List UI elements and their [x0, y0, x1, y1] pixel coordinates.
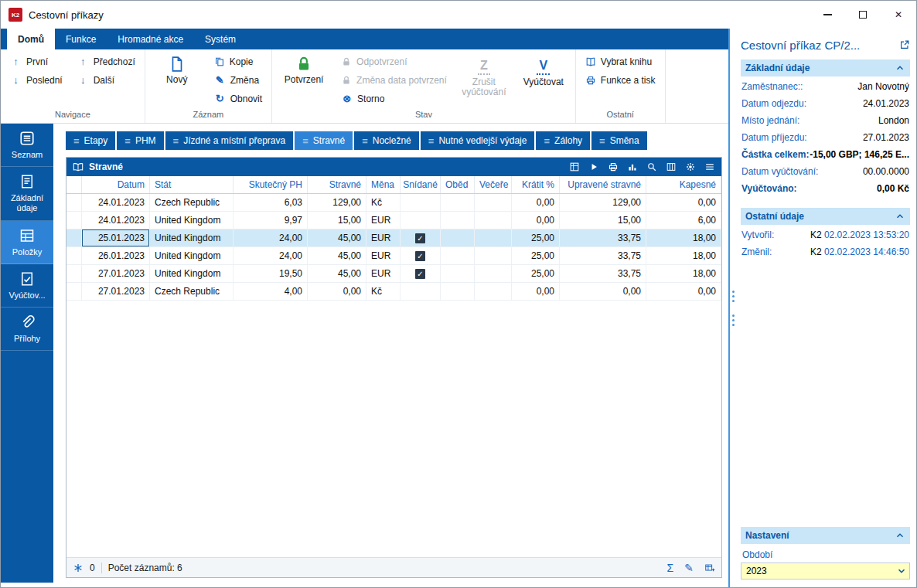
functions-print-button[interactable]: Funkce a tisk	[583, 72, 658, 88]
sidebar-item-seznam[interactable]: Seznam	[1, 124, 53, 167]
copy-button[interactable]: Kopie	[212, 53, 264, 70]
column-header-datum[interactable]: Datum	[82, 176, 150, 193]
search-icon[interactable]	[646, 161, 657, 172]
button-label: Změna data potvrzení	[356, 75, 447, 86]
sum-icon[interactable]: Σ	[667, 562, 674, 574]
gear-icon[interactable]	[685, 161, 696, 172]
cell-kratit: 0,00	[512, 283, 560, 300]
doc-tab-etapy[interactable]: ≡Etapy	[66, 131, 115, 150]
button-label: Odpotvrzení	[356, 56, 407, 67]
previous-button[interactable]: ↑Předchozí	[75, 53, 138, 70]
close-button[interactable]: ✕	[881, 1, 916, 29]
cell-stat: United Kingdom	[150, 212, 234, 229]
column-header-stravne[interactable]: Stravné	[308, 176, 366, 193]
column-header-rowsel[interactable]	[66, 176, 82, 193]
settings-asterisk-icon[interactable]	[73, 563, 84, 573]
minimize-button[interactable]	[810, 1, 845, 29]
obdobi-combobox[interactable]: 2023	[741, 563, 910, 580]
grid-column-header: DatumStátSkutečný PHStravnéMěnaSnídanéOb…	[66, 176, 721, 194]
cell-mena: EUR	[366, 212, 401, 229]
unconfirm-button[interactable]: Odpotvrzení	[339, 53, 449, 70]
open-external-icon[interactable]	[899, 39, 910, 50]
new-button[interactable]: Nový	[152, 53, 202, 86]
sidebar-item-zakladni-udaje[interactable]: Základní údaje	[1, 167, 53, 220]
last-button[interactable]: ↓Poslední	[8, 72, 65, 88]
edit-icon[interactable]: ✎	[684, 562, 694, 574]
column-header-kapesne[interactable]: Kapesné	[646, 176, 721, 193]
chart-icon[interactable]	[627, 161, 638, 172]
cell-kapesne: 18,00	[646, 247, 721, 264]
doc-tab-zalohy[interactable]: ≡Zálohy	[536, 131, 590, 150]
column-header-stat[interactable]: Stát	[150, 176, 234, 193]
ribbon-group-ostatni: Vybrat knihu Funkce a tisk Ostatní	[576, 49, 666, 123]
column-header-mena[interactable]: Měna	[366, 176, 401, 193]
column-header-snidane[interactable]: Snídané	[401, 176, 441, 193]
print-icon[interactable]	[608, 161, 619, 172]
ribbon-tab-domu[interactable]: Domů	[7, 29, 55, 49]
cell-mena: Kč	[366, 194, 401, 211]
add-table-icon[interactable]	[704, 563, 715, 573]
ribbon-tab-funkce[interactable]: Funkce	[55, 29, 107, 49]
table-row[interactable]: 27.01.2023Czech Republic4,000,00Kč0,000,…	[66, 283, 721, 301]
menu-icon[interactable]	[704, 161, 715, 172]
cell-datum: 27.01.2023	[82, 283, 150, 300]
titlebar: K2 Cestovní příkazy ✕	[1, 1, 916, 29]
cell-kratit: 0,00	[512, 212, 560, 229]
billing-button[interactable]: V Vyúčtovat	[519, 53, 568, 87]
column-header-skutecny_ph[interactable]: Skutečný PH	[234, 176, 308, 193]
cell-vecere	[475, 247, 512, 264]
main-row: DomůFunkceHromadné akceSystém ↑První ↓Po…	[1, 29, 916, 587]
cell-stat: United Kingdom	[150, 265, 234, 282]
doc-tab-stravne[interactable]: ≡Stravné	[295, 131, 353, 150]
storno-button[interactable]: ⊗Storno	[339, 90, 449, 107]
refresh-button[interactable]: ↻Obnovit	[212, 90, 264, 107]
field-value: K2 02.02.2023 13:53:20	[810, 229, 909, 240]
cancel-billing-button[interactable]: Z Zrušit vyúčtování	[459, 53, 509, 98]
grid-title: Stravné	[89, 161, 123, 172]
select-book-button[interactable]: Vybrat knihu	[583, 53, 658, 70]
section-header-nastaveni[interactable]: Nastavení	[741, 527, 910, 544]
splitter-dot	[732, 291, 735, 293]
checkbox-checked-icon[interactable]: ✓	[415, 269, 425, 279]
doc-tab-noclezne[interactable]: ≡Nocležné	[354, 131, 419, 150]
confirm-button[interactable]: Potvrzení	[279, 53, 329, 86]
sidebar-item-polozky[interactable]: Položky	[1, 221, 53, 264]
maximize-button[interactable]	[845, 1, 881, 29]
lock-calendar-gray-icon	[341, 75, 352, 86]
sidebar-item-prilohy[interactable]: Přílohy	[1, 308, 53, 351]
checkbox-checked-icon[interactable]: ✓	[415, 233, 425, 243]
table-row[interactable]: 27.01.2023United Kingdom19,5045,00EUR✓25…	[66, 265, 721, 283]
column-header-kratit[interactable]: Krátit %	[512, 176, 560, 193]
ribbon-tab-hromadne-akce[interactable]: Hromadné akce	[107, 29, 194, 49]
cell-skutecny_ph: 9,97	[234, 212, 308, 229]
ribbon-tab-system[interactable]: Systém	[194, 29, 247, 49]
cell-vecere	[475, 229, 512, 246]
next-button[interactable]: ↓Další	[75, 72, 138, 88]
section-header-zakladni-udaje[interactable]: Základní údaje	[741, 59, 910, 76]
cell-upravene_stravne: 0,00	[560, 283, 646, 300]
column-header-vecere[interactable]: Večeře	[475, 176, 512, 193]
export-table-icon[interactable]	[569, 161, 580, 172]
table-row[interactable]: 24.01.2023Czech Republic6,03129,00Kč0,00…	[66, 194, 721, 212]
doc-tab-jizdne-a-mistni-preprava[interactable]: ≡Jízdné a místní přeprava	[165, 131, 294, 150]
column-header-obed[interactable]: Oběd	[441, 176, 475, 193]
panel-splitter[interactable]	[728, 29, 736, 587]
doc-tab-nutne-vedlejsi-vydaje[interactable]: ≡Nutné vedlejší výdaje	[421, 131, 535, 150]
section-header-ostatni-udaje[interactable]: Ostatní údaje	[741, 208, 910, 225]
first-button[interactable]: ↑První	[8, 53, 65, 70]
table-row[interactable]: 25.01.2023United Kingdom24,0045,00EUR✓25…	[66, 229, 721, 247]
columns-icon[interactable]	[666, 161, 677, 172]
checkbox-checked-icon[interactable]: ✓	[415, 251, 425, 261]
play-icon[interactable]	[588, 161, 599, 172]
field-value: -15,00 GBP; 146,25 E...	[810, 149, 909, 160]
edit-button[interactable]: ✎Změna	[212, 72, 264, 88]
doc-tab-smena[interactable]: ≡Směna	[591, 131, 647, 150]
table-row[interactable]: 24.01.2023United Kingdom9,9715,00EUR0,00…	[66, 212, 721, 229]
column-header-upravene_stravne[interactable]: Upravené stravné	[560, 176, 646, 193]
sidebar-item-vyuctov[interactable]: Vyúčtov...	[1, 264, 53, 308]
change-confirm-date-button[interactable]: Změna data potvrzení	[339, 72, 449, 88]
splitter-dot	[732, 314, 735, 317]
table-row[interactable]: 26.01.2023United Kingdom24,0045,00EUR✓25…	[66, 247, 721, 265]
doc-tab-phm[interactable]: ≡PHM	[117, 131, 163, 150]
open-book-icon	[73, 161, 84, 172]
